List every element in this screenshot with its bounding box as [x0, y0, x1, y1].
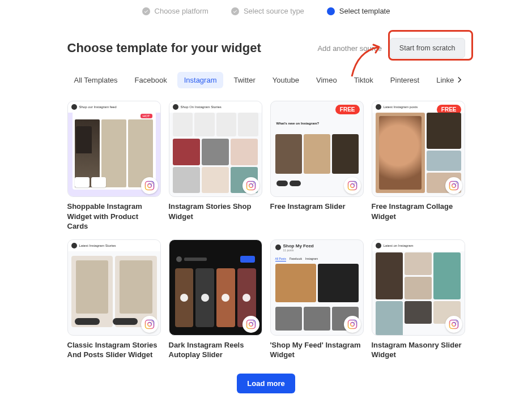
svg-point-20 [354, 321, 355, 322]
instagram-icon [344, 316, 361, 333]
mock-header-text: What's new on Instagram? [276, 122, 320, 125]
template-card[interactable]: Dark Instagram Reels Autoplay Slider [169, 239, 262, 360]
template-title: Free Instagram Slider [270, 201, 364, 212]
play-icon [180, 294, 188, 302]
template-card[interactable]: Latest Instagram Stories Classic Instagr… [67, 239, 161, 360]
chevron-right-icon [456, 76, 463, 83]
svg-point-5 [253, 182, 254, 183]
template-thumbnail: FREE What's new on Instagram? [270, 101, 364, 197]
free-badge: FREE [335, 105, 360, 114]
template-card[interactable]: Shop our Instagram feed HOT Shoppable In… [67, 101, 161, 231]
template-card[interactable]: Shop On Instagram Stories Instagram Stor… [169, 101, 262, 231]
svg-point-16 [249, 322, 253, 326]
play-icon [222, 294, 229, 302]
instagram-icon [445, 177, 462, 194]
tab-twitter[interactable]: Twitter [227, 72, 262, 88]
svg-point-11 [456, 182, 457, 183]
svg-point-4 [249, 184, 253, 188]
start-from-scratch-button[interactable]: Start from scratch [390, 38, 465, 58]
mock-title: Shop My Feed [283, 243, 314, 248]
hot-badge: HOT [141, 114, 152, 118]
wizard-stepper: Choose platform Select source type Selec… [0, 7, 532, 15]
step-select-template: Select template [327, 7, 390, 15]
play-icon [242, 294, 250, 302]
mock-tab: All Posts [275, 257, 286, 261]
tabs-scroll-right-button[interactable] [454, 74, 465, 85]
svg-point-10 [452, 184, 456, 188]
svg-point-2 [151, 182, 152, 183]
step-label: Select template [339, 7, 390, 15]
play-icon [201, 294, 209, 302]
instagram-icon [344, 177, 361, 194]
page-title: Choose template for your widget [67, 41, 261, 55]
template-title: Instagram Stories Shop Widget [169, 201, 262, 221]
svg-point-19 [350, 322, 354, 326]
template-title: Instagram Masonry Slider Widget [372, 340, 465, 360]
mock-header-text: Shop our Instagram feed [79, 105, 117, 109]
instagram-icon [242, 177, 259, 194]
template-thumbnail: Latest on Instagram [372, 239, 465, 336]
mock-header-text: Latest Instagram Stories [79, 244, 116, 247]
template-thumbnail: Latest Instagram posts FREE [372, 101, 465, 197]
svg-point-1 [147, 184, 151, 188]
template-thumbnail: Shop our Instagram feed HOT [67, 101, 161, 197]
svg-point-23 [456, 321, 457, 322]
mock-header-text: Shop On Instagram Stories [181, 105, 222, 109]
svg-point-22 [452, 322, 456, 326]
svg-point-13 [147, 322, 151, 326]
page-header: Choose template for your widget Add anot… [67, 38, 465, 58]
tab-facebook[interactable]: Facebook [128, 72, 174, 88]
mock-tab: Instagram [305, 257, 318, 261]
svg-point-7 [350, 184, 354, 188]
active-step-dot-icon [327, 7, 335, 15]
mock-sub: 11 posts [283, 248, 314, 252]
mock-header-text: Latest on Instagram [384, 244, 414, 247]
tab-pinterest[interactable]: Pinterest [384, 72, 426, 88]
check-icon [231, 7, 239, 15]
template-title: Dark Instagram Reels Autoplay Slider [169, 340, 262, 360]
mock-header-text: Latest Instagram posts [384, 105, 418, 109]
load-more-button[interactable]: Load more [237, 374, 295, 393]
instagram-icon [141, 316, 158, 333]
template-title: Classic Instagram Stories And Posts Slid… [67, 340, 161, 360]
svg-point-14 [151, 321, 152, 322]
instagram-icon [242, 316, 259, 333]
template-title: 'Shop My Feed' Instagram Widget [270, 340, 364, 360]
template-thumbnail: Shop On Instagram Stories [169, 101, 262, 197]
tab-all-templates[interactable]: All Templates [67, 72, 125, 88]
step-choose-platform: Choose platform [142, 7, 208, 15]
step-label: Select source type [244, 7, 304, 15]
template-title: Free Instagram Collage Widget [372, 201, 465, 221]
tab-youtube[interactable]: Youtube [266, 72, 306, 88]
mock-tab: Facebook [290, 257, 302, 261]
template-card[interactable]: Latest on Instagram Instagram Masonry Sl… [372, 239, 465, 360]
template-card[interactable]: FREE What's new on Instagram? Free Insta… [270, 101, 364, 231]
add-another-source-link[interactable]: Add another source [317, 44, 381, 53]
template-thumbnail: Shop My Feed 11 posts All Posts Facebook… [270, 239, 364, 336]
tab-vimeo[interactable]: Vimeo [309, 72, 344, 88]
template-thumbnail [169, 239, 262, 336]
step-label: Choose platform [155, 7, 208, 15]
source-tabs: All Templates Facebook Instagram Twitter… [67, 72, 465, 88]
template-card[interactable]: Latest Instagram posts FREE Free Instagr… [372, 101, 465, 231]
tab-tiktok[interactable]: Tiktok [347, 72, 380, 88]
svg-point-17 [253, 321, 254, 322]
template-thumbnail: Latest Instagram Stories [67, 239, 161, 336]
template-grid: Shop our Instagram feed HOT Shoppable In… [67, 101, 465, 360]
instagram-icon [141, 177, 158, 194]
instagram-icon [445, 316, 462, 333]
tab-instagram[interactable]: Instagram [177, 72, 224, 88]
template-title: Shoppable Instagram Widget with Product … [67, 201, 161, 231]
step-select-source: Select source type [231, 7, 304, 15]
template-card[interactable]: Shop My Feed 11 posts All Posts Facebook… [270, 239, 364, 360]
svg-point-8 [354, 182, 355, 183]
check-icon [142, 7, 150, 15]
